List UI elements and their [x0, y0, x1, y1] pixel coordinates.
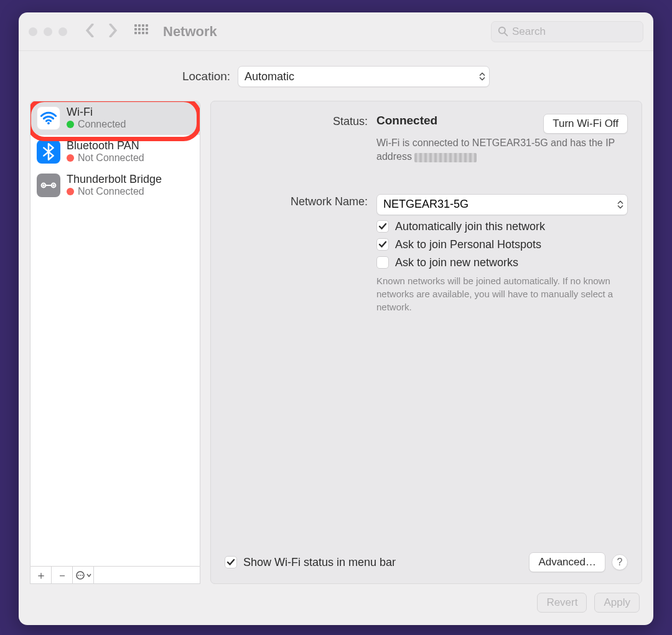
svg-point-9: [77, 575, 78, 576]
svg-point-7: [53, 185, 54, 186]
service-item-bluetooth-pan[interactable]: Bluetooth PAN Not Connected: [30, 135, 200, 169]
svg-line-1: [505, 33, 507, 35]
ask-hotspot-checkbox[interactable]: [376, 238, 389, 251]
svg-point-2: [47, 122, 50, 124]
service-status: Not Connected: [67, 186, 162, 197]
ask-new-checkbox-row: Ask to join new networks: [376, 256, 628, 269]
detail-panel: Status: Connected Turn Wi-Fi Off Wi-Fi i…: [210, 101, 642, 584]
detail-footer: Show Wi-Fi status in menu bar Advanced… …: [225, 552, 628, 572]
forward-button[interactable]: [108, 24, 117, 40]
sidebar-footer-spacer: [94, 567, 200, 583]
status-value: Connected: [376, 114, 437, 127]
thunderbolt-bridge-icon: [37, 174, 60, 197]
select-arrows-icon: [617, 200, 623, 208]
search-field[interactable]: Search: [491, 21, 643, 42]
select-arrows-icon: [479, 73, 485, 81]
minimize-window-button[interactable]: [44, 27, 52, 36]
main-area: Wi-Fi Connected Bluetooth PAN: [19, 101, 653, 584]
svg-point-10: [80, 575, 81, 576]
status-description: Wi-Fi is connected to NETGEAR31-5G and h…: [376, 136, 628, 164]
service-list: Wi-Fi Connected Bluetooth PAN: [30, 101, 200, 567]
help-button[interactable]: ?: [612, 554, 628, 570]
remove-service-button[interactable]: －: [52, 567, 73, 583]
auto-join-checkbox-row: Automatically join this network: [376, 220, 628, 233]
location-select[interactable]: Automatic: [238, 66, 490, 87]
window-footer: Revert Apply: [19, 584, 653, 625]
network-name-select[interactable]: NETGEAR31-5G: [376, 194, 628, 215]
svg-point-11: [82, 575, 83, 576]
status-dot-connected-icon: [67, 121, 74, 128]
service-actions-button[interactable]: [73, 567, 94, 583]
status-row: Status: Connected Turn Wi-Fi Off Wi-Fi i…: [225, 114, 628, 164]
add-service-button[interactable]: ＋: [30, 567, 52, 583]
back-button[interactable]: [86, 24, 95, 40]
network-preferences-window: Network Search Location: Automatic: [19, 12, 653, 625]
ask-hotspot-checkbox-row: Ask to join Personal Hotspots: [376, 238, 628, 251]
ask-new-label: Ask to join new networks: [395, 256, 518, 269]
zoom-window-button[interactable]: [58, 27, 67, 36]
service-name: Bluetooth PAN: [67, 140, 144, 152]
service-name: Thunderbolt Bridge: [67, 174, 162, 186]
wifi-icon: [37, 106, 60, 130]
sidebar-footer: ＋ －: [30, 567, 200, 584]
ask-new-checkbox[interactable]: [376, 256, 389, 269]
location-label: Location:: [182, 70, 230, 83]
status-label: Status:: [225, 114, 368, 164]
services-sidebar: Wi-Fi Connected Bluetooth PAN: [30, 101, 200, 584]
bluetooth-icon: [37, 140, 60, 164]
toggle-wifi-button[interactable]: Turn Wi-Fi Off: [543, 114, 628, 134]
location-row: Location: Automatic: [19, 66, 653, 87]
svg-point-0: [499, 27, 505, 34]
auto-join-label: Automatically join this network: [395, 220, 545, 233]
search-icon: [498, 26, 508, 37]
show-all-icon[interactable]: [134, 24, 149, 39]
network-name-label: Network Name:: [225, 194, 368, 313]
toolbar: Network Search: [19, 12, 653, 51]
advanced-button[interactable]: Advanced…: [529, 552, 605, 572]
service-status: Connected: [67, 119, 126, 130]
close-window-button[interactable]: [29, 27, 37, 36]
search-placeholder: Search: [512, 25, 546, 38]
nav-arrows: [86, 24, 117, 40]
window-title: Network: [163, 24, 217, 40]
window-controls: [29, 27, 67, 36]
network-name-row: Network Name: NETGEAR31-5G Automatic: [225, 194, 628, 313]
service-item-thunderbolt-bridge[interactable]: Thunderbolt Bridge Not Connected: [30, 169, 200, 202]
ask-new-help-text: Known networks will be joined automatica…: [376, 274, 628, 313]
show-status-row: Show Wi-Fi status in menu bar: [225, 556, 396, 569]
show-status-label: Show Wi-Fi status in menu bar: [243, 556, 396, 569]
service-status: Not Connected: [67, 152, 144, 164]
show-status-checkbox[interactable]: [225, 556, 237, 568]
ask-hotspot-label: Ask to join Personal Hotspots: [395, 238, 541, 251]
redacted-ip: [414, 153, 477, 162]
service-name: Wi-Fi: [67, 106, 126, 119]
network-name-value: NETGEAR31-5G: [383, 198, 469, 211]
svg-point-6: [43, 185, 44, 186]
auto-join-checkbox[interactable]: [376, 220, 389, 233]
apply-button[interactable]: Apply: [594, 593, 640, 613]
status-dot-disconnected-icon: [67, 188, 74, 195]
revert-button[interactable]: Revert: [537, 593, 587, 613]
service-item-wifi[interactable]: Wi-Fi Connected: [30, 101, 200, 135]
status-dot-disconnected-icon: [67, 154, 74, 162]
location-value: Automatic: [245, 70, 294, 83]
